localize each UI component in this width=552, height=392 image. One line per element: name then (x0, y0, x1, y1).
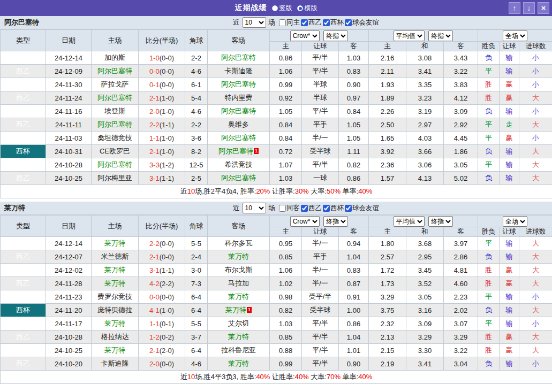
scope-select[interactable]: 全场 (503, 216, 527, 227)
league-filter-friendly[interactable]: 球会友谊 (344, 204, 379, 213)
same-venue-checkbox[interactable] (279, 205, 286, 212)
crow-handicap: 平/半 (302, 65, 339, 78)
result-wdl: 负 (478, 304, 500, 317)
halftime-score: (2-2) (160, 280, 174, 288)
match-count-select[interactable]: 10 (243, 203, 266, 213)
copa-checkbox[interactable] (323, 19, 330, 26)
league-filter-segunda[interactable]: 西乙 (300, 18, 322, 27)
same-venue-option[interactable]: 同客 (277, 204, 300, 213)
match-score: 2-1(0-0) (139, 250, 185, 264)
scroll-up-button[interactable]: ↑ (509, 2, 520, 14)
crow-home-odds: 0.92 (270, 91, 302, 105)
radio-vertical-icon[interactable] (272, 5, 278, 11)
same-venue-checkbox[interactable] (279, 19, 286, 26)
avg-away-odds: 5.02 (444, 172, 478, 185)
result-goals: 大 (519, 304, 552, 317)
corner-score: 8-2 (185, 145, 208, 158)
result-wdl: 负 (478, 145, 500, 158)
titlebar: 近期战绩 竖版 横版 ↑ ↓ × (0, 0, 552, 16)
final-index-select[interactable]: 终指 (323, 30, 348, 41)
away-team: 奥维多 (208, 118, 270, 132)
final-index-select[interactable]: 终指 (323, 216, 348, 227)
bookmaker-header: Crow* 终指 (270, 30, 369, 42)
mode-option-vertical[interactable]: 竖版 (272, 4, 292, 13)
crow-away-odds: 0.94 (339, 237, 369, 250)
match-score: 0-0(0-0) (139, 65, 185, 78)
avg-draw-odds: 2.97 (406, 118, 444, 132)
result-wdl: 平 (478, 132, 500, 145)
average-select[interactable]: 平均值 (394, 216, 425, 227)
crow-home-odds: 0.98 (270, 290, 302, 304)
halftime-score: (1-0) (160, 134, 174, 142)
halftime-score: (1-0) (160, 148, 174, 156)
result-goals: 大 (519, 330, 552, 344)
halftime-score: (0-0) (160, 81, 174, 89)
away-team-name: 阿尔巴塞特 (221, 174, 256, 182)
league-filter-copa[interactable]: 西杯 (322, 204, 344, 213)
fulltime-score: 4-2 (149, 280, 160, 288)
segunda-checkbox[interactable] (301, 205, 308, 212)
match-score: 2-1(1-0) (139, 91, 185, 105)
mode-vertical-label: 竖版 (279, 4, 292, 13)
league-badge: 西乙 (1, 91, 46, 105)
bookmaker-select[interactable]: Crow* (290, 30, 320, 41)
crow-handicap: 受半球 (302, 145, 339, 158)
crow-handicap: 平手 (302, 250, 339, 264)
bookmaker-select[interactable]: Crow* (290, 216, 320, 227)
final-index-select-2[interactable]: 终指 (428, 216, 453, 227)
match-score: 3-1(1-1) (139, 172, 185, 185)
result-wdl: 负 (478, 172, 500, 185)
crow-home-odds: 1.02 (270, 277, 302, 290)
crow-away-odds: 0.82 (339, 158, 369, 172)
match-row: 西乙24-10-25莱万特2-1(2-0)6-4拉科鲁尼亚0.88平/半1.01… (1, 344, 552, 357)
match-row: 西乙24-10-25阿尔梅里亚3-1(1-1)2-5阿尔巴塞特1.03一球0.8… (1, 172, 552, 185)
away-team: 阿尔巴塞特 (208, 105, 270, 118)
away-team-name: 科尔多瓦 (225, 239, 253, 247)
final-index-select-2[interactable]: 终指 (428, 30, 453, 41)
fulltime-score: 2-1 (149, 148, 160, 156)
match-count-select[interactable]: 10 (243, 17, 266, 28)
col-header-away: 客场 (208, 216, 270, 237)
crow-away-odds: 0.90 (339, 357, 369, 371)
friendly-checkbox[interactable] (345, 19, 352, 26)
segunda-checkbox[interactable] (301, 19, 308, 26)
same-venue-label: 同主 (286, 18, 300, 27)
league-badge: 西乙 (1, 317, 46, 330)
avg-away-odds: 4.45 (444, 132, 478, 145)
home-team-name: 萨拉戈萨 (101, 80, 129, 88)
summary-row: 近10场,胜4平3负3, 胜率:40% 让胜率:40% 大率:70% 单率:40… (1, 371, 552, 384)
scroll-down-button[interactable]: ↓ (523, 2, 535, 14)
league-filter-segunda[interactable]: 西乙 (300, 204, 322, 213)
copa-checkbox[interactable] (323, 205, 330, 212)
away-team: 特内里费 (208, 91, 270, 105)
match-row: 西乙24-11-11阿尔巴塞特2-2(1-1)2-2奥维多0.84平手1.052… (1, 118, 552, 132)
avg-home-odds: 2.13 (369, 330, 406, 344)
league-filter-friendly[interactable]: 球会友谊 (344, 18, 379, 27)
home-team: 萨拉戈萨 (92, 78, 139, 91)
average-select[interactable]: 平均值 (394, 30, 425, 41)
avg-home-odds: 1.93 (369, 78, 406, 91)
scope-select[interactable]: 全场 (503, 30, 527, 41)
match-score: 3-1(1-1) (139, 264, 185, 277)
crow-away-odds: 0.91 (339, 290, 369, 304)
mode-option-horizontal[interactable]: 横版 (297, 4, 317, 13)
friendly-checkbox[interactable] (345, 205, 352, 212)
result-handicap: 输 (500, 145, 519, 158)
result-wdl: 负 (478, 105, 500, 118)
same-venue-option[interactable]: 同主 (277, 18, 300, 27)
halftime-score: (1-1) (160, 121, 174, 129)
result-goals: 大 (519, 250, 552, 264)
away-team: 阿尔巴塞特 (208, 51, 270, 65)
home-team: CE欧罗巴 (92, 145, 139, 158)
match-score: 4-1(1-0) (139, 304, 185, 317)
close-button[interactable]: × (538, 2, 549, 14)
team-section-albacete: 阿尔巴塞特 近 10 场 同主 西乙 西杯 (0, 16, 552, 198)
league-filter-copa[interactable]: 西杯 (322, 18, 344, 27)
radio-horizontal-icon[interactable] (297, 5, 303, 11)
avg-home-odds: 1.72 (369, 264, 406, 277)
home-team-name: 卡斯迪隆 (101, 359, 129, 367)
corner-score: 6-1 (185, 78, 208, 91)
home-team: 埃登斯 (92, 105, 139, 118)
match-date: 24-10-25 (46, 172, 92, 185)
home-team: 阿尔梅里亚 (92, 172, 139, 185)
